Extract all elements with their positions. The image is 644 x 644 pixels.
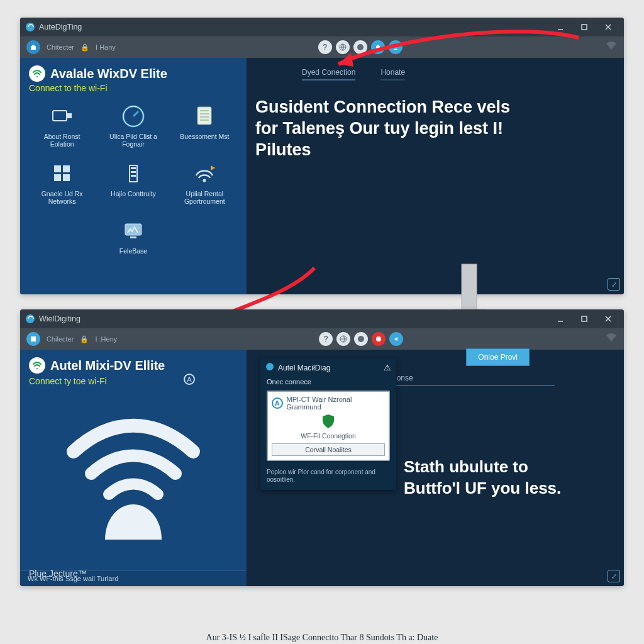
wifi-badge-icon bbox=[29, 357, 45, 374]
user-icon[interactable] bbox=[389, 40, 402, 54]
save-icon[interactable] bbox=[26, 332, 40, 346]
brand-subtitle: Connect to the wi-Fi bbox=[29, 83, 238, 93]
app-icon bbox=[25, 22, 35, 32]
tab-honate[interactable]: Honate bbox=[380, 68, 405, 80]
close-button[interactable] bbox=[596, 311, 620, 326]
svg-rect-25 bbox=[131, 175, 136, 177]
windows-icon bbox=[48, 159, 77, 188]
online-prov-button[interactable]: Onioe Provi bbox=[466, 348, 530, 366]
left-panel: Autel Mixi-DV Ellite Connect ty toe wi-F… bbox=[20, 350, 247, 586]
popup-app-icon bbox=[265, 362, 274, 373]
svg-rect-21 bbox=[63, 174, 70, 181]
brand-subtitle: Connect ty toe wi-Fi bbox=[29, 376, 238, 386]
right-panel: Dyed Conection Honate Gusident Connectio… bbox=[247, 58, 624, 294]
svg-rect-23 bbox=[131, 167, 136, 169]
titlebar: AuteDigTing bbox=[20, 18, 624, 36]
list-icon bbox=[190, 102, 219, 131]
maximize-button[interactable] bbox=[572, 311, 596, 326]
window-top: AuteDigTing Chitecter 🔒 I Hany ? bbox=[20, 18, 624, 294]
grid-item-tower[interactable]: Hajio Conttruity bbox=[100, 159, 166, 205]
help-icon[interactable]: ? bbox=[318, 40, 332, 54]
toolbar-link[interactable]: Chitecter bbox=[47, 43, 74, 51]
svg-point-8 bbox=[394, 45, 397, 48]
expand-icon[interactable]: ⤢ bbox=[608, 570, 620, 582]
wifi-graphic bbox=[29, 395, 238, 565]
tab-connection[interactable]: Dyed Conection bbox=[302, 68, 355, 80]
warning-icon: ⚠ bbox=[384, 363, 391, 372]
brand-title: Autel Mixi-DV Ellite bbox=[50, 358, 165, 373]
titlebar: WielDigiting bbox=[20, 309, 624, 328]
left-panel: Avalale WixDV Elite Connect to the wi-Fi… bbox=[20, 58, 247, 294]
wifi-indicator-icon bbox=[605, 42, 618, 53]
svg-rect-20 bbox=[54, 174, 61, 181]
toolbar: Chilecter 🔒 I :Heny ? bbox=[20, 328, 624, 350]
window-title: WielDigiting bbox=[39, 314, 80, 323]
badge-icon[interactable] bbox=[353, 40, 367, 54]
popup-card-button[interactable]: Corvall Noaiites bbox=[272, 443, 385, 456]
minimize-button[interactable] bbox=[548, 19, 572, 35]
popup-title: Autel MaciłDiag bbox=[278, 364, 330, 372]
help-icon[interactable]: ? bbox=[319, 332, 333, 346]
toolbar-link[interactable]: I Hany bbox=[96, 43, 116, 51]
tower-icon bbox=[119, 159, 148, 188]
expand-icon[interactable]: ⤢ bbox=[608, 278, 620, 291]
home-icon[interactable] bbox=[26, 40, 40, 54]
globe-icon[interactable] bbox=[336, 40, 350, 54]
promo-text: Stath ubulute to Buttfo'l UF you less. bbox=[404, 457, 580, 499]
toolbar: Chitecter 🔒 I Hany ? bbox=[20, 36, 624, 58]
speed-icon bbox=[119, 102, 148, 131]
app-badge-icon[interactable] bbox=[354, 332, 368, 346]
svg-point-7 bbox=[376, 45, 380, 49]
svg-rect-39 bbox=[31, 336, 36, 341]
grid-item-monitor[interactable]: FeleBase bbox=[100, 216, 166, 255]
minimize-button[interactable] bbox=[548, 311, 572, 326]
tab-honse[interactable]: Honse bbox=[391, 374, 555, 386]
window-bottom: WielDigiting Chilecter 🔒 I :Heny ? bbox=[20, 309, 624, 586]
maximize-button[interactable] bbox=[572, 19, 596, 35]
svg-rect-2 bbox=[582, 25, 587, 30]
image-caption: Aur 3-IS ½ I safle II ISage Connectto Th… bbox=[0, 633, 644, 643]
svg-marker-27 bbox=[211, 165, 215, 170]
grid-item-about[interactable]: About Ronst Eolation bbox=[29, 102, 95, 148]
svg-rect-13 bbox=[197, 107, 211, 125]
popup-card-title: MPI-CT Wair Nzronal Grammund bbox=[287, 396, 385, 411]
app-icon bbox=[25, 314, 35, 324]
monitor-icon bbox=[119, 216, 148, 245]
shield-icon bbox=[320, 413, 336, 431]
promo-text: Gusident Connection Rece vels for Talene… bbox=[255, 97, 526, 160]
grid-item-broadcast[interactable]: Uplial Rental Gportroument bbox=[172, 159, 238, 205]
toolbar-link[interactable]: Chilecter bbox=[47, 335, 74, 343]
svg-point-43 bbox=[266, 363, 274, 370]
svg-rect-10 bbox=[67, 113, 72, 118]
brand-title: Avalale WixDV Elite bbox=[50, 67, 167, 81]
svg-rect-18 bbox=[54, 165, 61, 172]
svg-point-42 bbox=[376, 336, 381, 341]
wifi-indicator-icon bbox=[605, 334, 618, 345]
icon-grid: About Ronst Eolation Ulica Piid Clist a … bbox=[29, 102, 238, 255]
grid-item-speed[interactable]: Ulica Piid Clist a Fognair bbox=[100, 102, 166, 148]
lock-icon: 🔒 bbox=[80, 335, 89, 343]
about-icon bbox=[48, 102, 77, 131]
svg-rect-29 bbox=[130, 236, 136, 238]
svg-rect-19 bbox=[63, 165, 70, 172]
svg-rect-9 bbox=[53, 111, 67, 121]
popup-subtitle: Onec connece bbox=[260, 377, 396, 389]
svg-point-26 bbox=[203, 179, 206, 182]
globe-icon[interactable] bbox=[336, 332, 350, 346]
wifi-badge-icon bbox=[29, 65, 45, 82]
close-button[interactable] bbox=[596, 19, 620, 35]
a-badge-icon: A bbox=[272, 397, 283, 409]
lock-icon: 🔒 bbox=[80, 43, 89, 52]
footer-text: Wk WF-this Ssge wail Turlard bbox=[20, 570, 247, 586]
popup-card-sub: WF-Fil Coonegtion bbox=[272, 432, 385, 440]
grid-item-list[interactable]: Buessoment Mst bbox=[172, 102, 238, 148]
right-panel: Onioe Provi Honse Stath ubulute to Buttf… bbox=[247, 350, 624, 586]
announce-icon[interactable] bbox=[389, 332, 403, 346]
grid-item-windows[interactable]: Gnaele Ud Rx Networks bbox=[29, 159, 95, 205]
record-icon[interactable] bbox=[372, 332, 386, 346]
svg-rect-24 bbox=[131, 171, 136, 173]
window-title: AuteDigTing bbox=[39, 23, 82, 31]
popup-card: A MPI-CT Wair Nzronal Grammund WF-Fil Co… bbox=[267, 391, 390, 461]
action-icon[interactable] bbox=[371, 40, 385, 54]
toolbar-link[interactable]: I :Heny bbox=[95, 335, 117, 343]
